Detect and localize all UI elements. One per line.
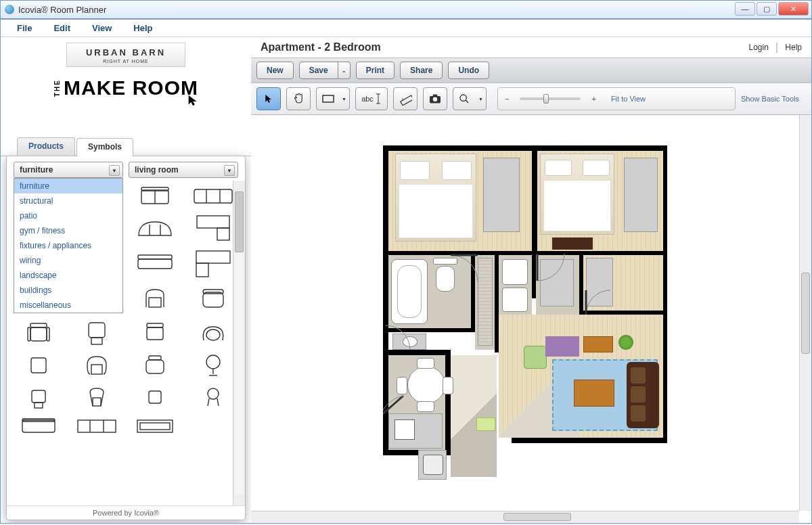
sofa[interactable] xyxy=(627,362,659,428)
vanity[interactable] xyxy=(392,334,426,350)
dining-table[interactable] xyxy=(407,366,445,404)
pan-tool[interactable] xyxy=(286,87,311,110)
washer[interactable] xyxy=(502,259,528,285)
dd-item-misc[interactable]: miscellaneous xyxy=(14,298,122,313)
dd-item-wiring[interactable]: wiring xyxy=(14,253,122,268)
maximize-button[interactable]: ▢ xyxy=(757,2,777,16)
symbol-tub-chair[interactable] xyxy=(70,354,123,377)
new-button[interactable]: New xyxy=(256,62,294,79)
shape-tool[interactable]: ▼ xyxy=(316,87,350,110)
svg-rect-26 xyxy=(196,263,208,277)
toilet-tank[interactable] xyxy=(433,258,457,265)
symbol-bench[interactable] xyxy=(129,250,181,278)
text-tool[interactable]: abc xyxy=(355,87,388,110)
dd-item-buildings[interactable]: buildings xyxy=(14,283,122,298)
plant[interactable] xyxy=(618,335,633,350)
category-dropdown[interactable]: furniture ▼ furniture structural patio g… xyxy=(14,162,123,178)
measure-tool[interactable] xyxy=(393,87,418,110)
dd-item-gym[interactable]: gym / fitness xyxy=(14,223,122,238)
dining-chair[interactable] xyxy=(417,358,434,369)
zoom-slider[interactable] xyxy=(520,97,581,100)
symbol-sofa[interactable] xyxy=(187,186,240,206)
symbol-ottoman[interactable] xyxy=(129,385,181,409)
symbol-chair-wing[interactable] xyxy=(70,385,123,409)
kitchen-counter[interactable] xyxy=(388,413,443,449)
symbol-sectional[interactable] xyxy=(187,250,240,278)
login-link[interactable]: Login xyxy=(748,43,768,52)
symbol-scrollbar[interactable] xyxy=(233,181,245,505)
symbol-loveseat[interactable] xyxy=(129,186,181,206)
symbol-side-table-round[interactable] xyxy=(187,354,240,377)
coffee-table[interactable] xyxy=(574,380,614,407)
print-button[interactable]: Print xyxy=(356,62,394,79)
bed[interactable] xyxy=(540,154,614,235)
symbol-stool[interactable] xyxy=(187,385,240,409)
zoom-out-icon[interactable]: − xyxy=(505,95,509,103)
dining-chair[interactable] xyxy=(417,401,434,412)
closet[interactable] xyxy=(586,258,613,306)
dining-chair[interactable] xyxy=(397,377,407,394)
sidebar-tabs: Products Symbols xyxy=(1,137,251,156)
dining-chair[interactable] xyxy=(443,377,453,394)
symbol-armchair[interactable] xyxy=(129,354,181,377)
app-icon xyxy=(5,5,14,14)
wardrobe[interactable] xyxy=(624,158,658,232)
menu-help[interactable]: Help xyxy=(133,23,152,33)
bed[interactable] xyxy=(395,154,476,242)
tab-products[interactable]: Products xyxy=(17,137,75,156)
share-button[interactable]: Share xyxy=(400,62,443,79)
dd-item-fixtures[interactable]: fixtures / appliances xyxy=(14,238,122,253)
menu-edit[interactable]: Edit xyxy=(53,23,70,33)
undo-button[interactable]: Undo xyxy=(448,62,489,79)
toilet[interactable] xyxy=(436,266,455,292)
armchair[interactable] xyxy=(524,346,547,369)
bench[interactable] xyxy=(552,237,593,250)
utility[interactable] xyxy=(540,259,574,306)
dryer[interactable] xyxy=(502,288,528,312)
symbol-chair-curve[interactable] xyxy=(187,319,240,346)
bathtub[interactable] xyxy=(391,259,428,324)
symbol-armchair[interactable] xyxy=(187,286,240,311)
symbol-chair[interactable] xyxy=(12,385,65,409)
room-dropdown[interactable]: living room ▼ xyxy=(129,162,238,178)
canvas-vertical-scrollbar[interactable] xyxy=(799,115,811,511)
show-basic-tools-link[interactable]: Show Basic Tools xyxy=(741,95,806,103)
snapshot-tool[interactable] xyxy=(423,87,447,110)
symbol-sofa-curve[interactable] xyxy=(129,214,181,242)
help-link[interactable]: Help xyxy=(785,43,802,52)
symbol-sectional[interactable] xyxy=(187,214,240,242)
zoom-tool[interactable]: ▼ xyxy=(453,87,487,110)
dd-item-structural[interactable]: structural xyxy=(14,193,122,208)
symbol-chair-square[interactable] xyxy=(12,354,65,377)
ottoman[interactable] xyxy=(476,417,495,431)
symbol-sofa[interactable] xyxy=(12,417,65,435)
symbol-chair[interactable] xyxy=(129,319,181,346)
symbol-armchair[interactable] xyxy=(129,286,181,311)
tab-symbols[interactable]: Symbols xyxy=(76,138,133,156)
save-button[interactable]: Save xyxy=(299,62,338,79)
dd-item-furniture[interactable]: furniture xyxy=(14,179,122,193)
floorplan-canvas[interactable] xyxy=(251,115,799,511)
dd-item-patio[interactable]: patio xyxy=(14,208,122,223)
zoom-in-icon[interactable]: + xyxy=(591,95,595,103)
symbol-cabinet[interactable] xyxy=(70,417,123,435)
symbol-recliner[interactable] xyxy=(70,319,123,346)
save-dropdown-toggle[interactable]: ⌄ xyxy=(338,62,351,79)
fit-to-view-link[interactable]: Fit to View xyxy=(611,95,646,103)
console[interactable] xyxy=(583,336,613,352)
sink-counter[interactable] xyxy=(418,450,447,480)
minimize-button[interactable]: — xyxy=(735,2,755,16)
pointer-icon xyxy=(263,93,274,104)
menu-view[interactable]: View xyxy=(92,23,112,33)
closet-runner[interactable] xyxy=(478,258,493,346)
close-button[interactable]: ✕ xyxy=(778,2,809,16)
menu-file[interactable]: File xyxy=(17,23,32,33)
dd-item-landscape[interactable]: landscape xyxy=(14,268,122,283)
symbol-chair[interactable] xyxy=(12,319,65,346)
text-tool-label: abc xyxy=(361,95,374,103)
select-tool[interactable] xyxy=(256,87,281,110)
symbol-table[interactable] xyxy=(129,417,181,435)
side-rug[interactable] xyxy=(545,336,579,357)
canvas-horizontal-scrollbar[interactable] xyxy=(251,511,799,523)
wardrobe[interactable] xyxy=(483,158,520,232)
